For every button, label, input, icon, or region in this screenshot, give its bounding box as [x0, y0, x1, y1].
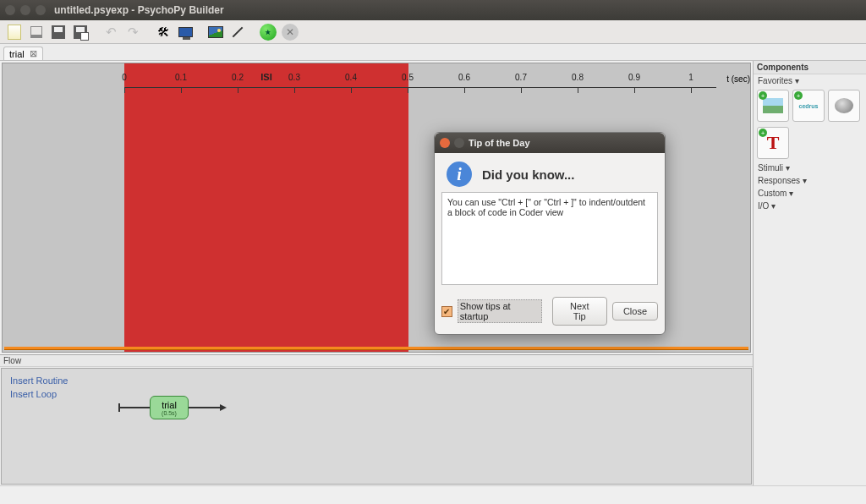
- dialog-heading: Did you know...: [482, 167, 574, 182]
- save-as-icon: [74, 25, 87, 39]
- custom-section-label[interactable]: Custom ▾: [754, 187, 866, 200]
- window-close-button[interactable]: [5, 5, 15, 15]
- timeline-tick: [181, 88, 182, 93]
- undo-icon: ↶: [106, 25, 117, 40]
- stimuli-section-label[interactable]: Stimuli ▾: [754, 162, 866, 174]
- tab-label: trial: [9, 49, 25, 59]
- timeline-tick-label: 0.2: [232, 73, 244, 82]
- open-file-icon: [30, 26, 42, 38]
- preferences-button[interactable]: 🛠: [154, 23, 173, 41]
- timeline-tick-label: 0: [122, 73, 127, 82]
- monitor-center-button[interactable]: [176, 23, 195, 41]
- timeline-axis: t (sec) 00.10.20.30.40.50.60.70.80.91: [124, 87, 716, 107]
- insert-routine-link[interactable]: Insert Routine: [10, 375, 68, 386]
- timeline-tick: [124, 88, 125, 93]
- timeline-tick-label: 0.4: [345, 73, 357, 82]
- isi-label: ISI: [260, 72, 271, 82]
- run-button[interactable]: ⭑: [259, 23, 277, 41]
- dialog-title: Tip of the Day: [469, 138, 530, 148]
- redo-button[interactable]: ↷: [123, 23, 142, 41]
- routine-scrollbar[interactable]: [4, 347, 748, 350]
- timeline-tick: [578, 88, 578, 93]
- tools-icon: 🛠: [157, 25, 169, 39]
- timeline-tick-label: 1: [688, 73, 693, 82]
- save-as-button[interactable]: [71, 23, 90, 41]
- window-titlebar: untitled.psyexp - PsychoPy Builder: [0, 0, 866, 20]
- timeline-tick-label: 0.7: [515, 73, 527, 82]
- flow-panel-header: Flow: [0, 355, 753, 367]
- image-icon: [208, 26, 223, 38]
- flow-node-trial[interactable]: trial (0.5s): [150, 396, 189, 419]
- redo-icon: ↷: [128, 25, 139, 40]
- show-tips-checkbox[interactable]: ✔: [441, 306, 452, 317]
- tab-close-icon[interactable]: ⊠: [30, 48, 37, 59]
- timeline-tick: [408, 88, 408, 93]
- dialog-close-titlebar-button[interactable]: [440, 138, 450, 148]
- io-section-label[interactable]: I/O ▾: [754, 200, 866, 212]
- save-icon: [52, 25, 65, 39]
- open-button[interactable]: [27, 23, 46, 41]
- timeline-tick-label: 0.1: [175, 73, 187, 82]
- responses-section-label[interactable]: Responses ▾: [754, 174, 866, 187]
- save-button[interactable]: [49, 23, 68, 41]
- dialog-titlebar[interactable]: Tip of the Day: [435, 133, 665, 153]
- new-file-icon: [8, 25, 21, 40]
- compile-script-button[interactable]: [228, 23, 247, 41]
- window-maximize-button[interactable]: [36, 5, 46, 15]
- wand-icon: [233, 26, 244, 37]
- components-panel: Components Favorites ▾ + +cedrus +T Stim…: [753, 61, 866, 485]
- timeline-tick-label: 0.5: [402, 73, 414, 82]
- tip-of-the-day-dialog: Tip of the Day i Did you know... You can…: [434, 132, 666, 335]
- main-toolbar: ↶ ↷ 🛠 ⭑ ✕: [0, 20, 866, 44]
- timeline-tick-label: 0.8: [572, 73, 584, 82]
- timeline-tick: [351, 88, 352, 93]
- timeline-tick-label: 0.9: [628, 73, 640, 82]
- monitor-icon: [178, 27, 193, 37]
- timeline-tick: [691, 88, 692, 93]
- dialog-body-text: You can use "Ctrl + [" or "Ctrl + ]" to …: [441, 192, 658, 285]
- component-aperture[interactable]: [828, 90, 860, 122]
- new-button[interactable]: [5, 23, 24, 41]
- window-title: untitled.psyexp - PsychoPy Builder: [54, 4, 224, 16]
- image-component-icon: [763, 98, 783, 113]
- component-image[interactable]: +: [757, 90, 789, 122]
- undo-button[interactable]: ↶: [101, 23, 120, 41]
- favorites-section-label[interactable]: Favorites ▾: [754, 74, 866, 87]
- insert-loop-link[interactable]: Insert Loop: [10, 389, 57, 399]
- flow-panel: Flow Insert Routine Insert Loop trial (0…: [0, 354, 753, 485]
- cedrus-component-icon: cedrus: [799, 103, 819, 109]
- timeline-tick: [464, 88, 465, 93]
- next-tip-button[interactable]: Next Tip: [552, 297, 607, 326]
- add-badge-icon: +: [759, 91, 767, 100]
- timeline-tick-label: 0.3: [288, 73, 300, 82]
- add-badge-icon: +: [759, 129, 767, 137]
- timeline-tick: [238, 88, 238, 93]
- info-icon: i: [447, 162, 472, 187]
- component-cedrus[interactable]: +cedrus: [792, 90, 825, 122]
- text-component-icon: T: [767, 132, 780, 154]
- status-bar: [0, 485, 866, 504]
- aperture-component-icon: [835, 98, 853, 113]
- window-minimize-button[interactable]: [20, 5, 30, 15]
- flow-node-duration: (0.5s): [162, 410, 177, 416]
- show-tips-label: Show tips at startup: [458, 299, 542, 323]
- timeline-tick: [294, 88, 295, 93]
- run-icon: ⭑: [260, 24, 277, 41]
- edit-image-button[interactable]: [206, 23, 225, 41]
- stop-icon: ✕: [282, 24, 299, 41]
- timeline-tick-label: 0.6: [458, 73, 470, 82]
- timeline-tick: [634, 88, 635, 93]
- add-badge-icon: +: [794, 91, 803, 100]
- close-button[interactable]: Close: [612, 302, 658, 320]
- tab-trial[interactable]: trial ⊠: [3, 47, 43, 60]
- components-header: Components: [754, 61, 866, 74]
- timeline-tick: [521, 88, 522, 93]
- dialog-minimize-button[interactable]: [454, 138, 464, 148]
- stop-button[interactable]: ✕: [281, 23, 299, 41]
- flow-node-label: trial: [162, 400, 177, 410]
- timeline-unit-label: t (sec): [726, 74, 750, 84]
- component-text[interactable]: +T: [757, 127, 789, 159]
- routine-tabs: trial ⊠: [0, 44, 866, 61]
